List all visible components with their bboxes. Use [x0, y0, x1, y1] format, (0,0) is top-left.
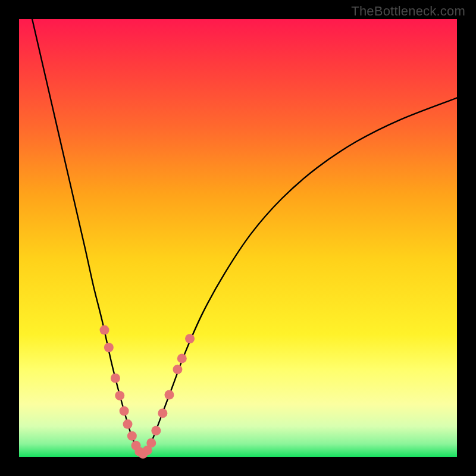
data-marker: [127, 431, 137, 441]
data-marker: [158, 408, 167, 418]
data-marker: [111, 374, 120, 383]
data-marker: [177, 353, 187, 363]
chart-svg: [19, 19, 457, 457]
chart-frame: TheBottleneck.com: [0, 0, 476, 476]
data-marker: [185, 334, 195, 343]
marker-layer: [100, 325, 195, 459]
data-marker: [120, 406, 129, 416]
data-marker: [164, 390, 174, 399]
data-marker: [173, 365, 182, 374]
data-marker: [123, 419, 133, 429]
plot-area: [19, 19, 457, 457]
curve-right-branch: [142, 98, 457, 455]
data-marker: [104, 343, 114, 352]
data-marker: [115, 391, 124, 400]
data-marker: [151, 426, 161, 436]
data-marker: [146, 438, 156, 447]
curve-left-branch: [32, 19, 142, 455]
watermark-text: TheBottleneck.com: [351, 4, 465, 19]
data-marker: [100, 325, 109, 335]
